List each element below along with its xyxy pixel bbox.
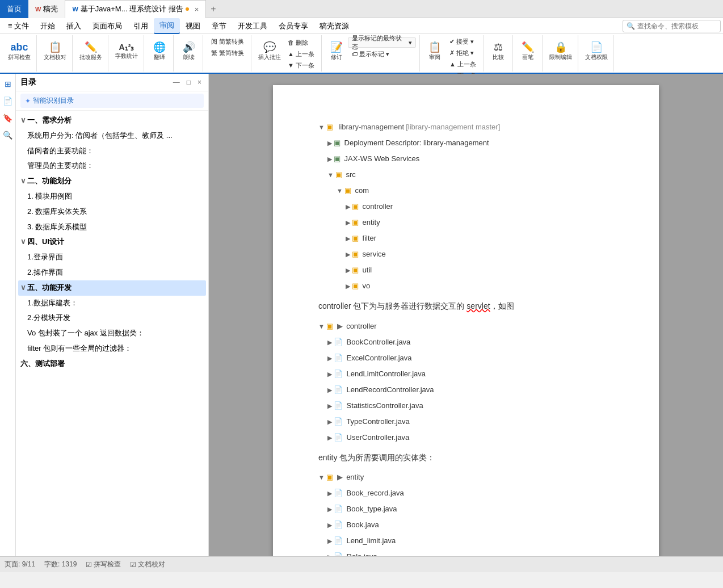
ctrl-expand[interactable]: ▼: [318, 320, 325, 333]
spell-check-status[interactable]: ☑ 拼写检查: [86, 560, 121, 569]
pen-button[interactable]: ✏️ 画笔: [518, 36, 538, 67]
ent-expand[interactable]: ▼: [318, 471, 325, 484]
r-expand[interactable]: ▶: [327, 551, 332, 556]
doc-check-status[interactable]: ☑ 文档校对: [130, 560, 165, 569]
excel-expand[interactable]: ▶: [327, 352, 332, 364]
menu-review[interactable]: 审阅: [154, 18, 180, 34]
toc-item-1-1[interactable]: 系统用户分为: 借阅者（包括学生、教师及 ...: [18, 128, 206, 144]
sidebar-bookmark-icon[interactable]: 🔖: [1, 111, 15, 125]
jaxws-expand[interactable]: ▶: [327, 153, 332, 165]
search-bar[interactable]: 🔍: [623, 20, 721, 32]
show-markup-dropdown[interactable]: 显示标记的最终状态 ▾: [348, 37, 416, 48]
reject-button[interactable]: ✗ 拒绝 ▾: [446, 48, 480, 58]
doc-permission-button[interactable]: 📄 文档权限: [583, 36, 610, 67]
toc-item-5[interactable]: ∨五、功能开发: [18, 280, 206, 296]
toc-expand-5[interactable]: ∨: [20, 282, 27, 294]
menu-devtools[interactable]: 开发工具: [232, 19, 273, 33]
menu-view[interactable]: 视图: [180, 19, 206, 33]
user-expand[interactable]: ▶: [327, 431, 332, 444]
toc-item-1-2[interactable]: 借阅者的主要功能：: [18, 144, 206, 159]
sidebar-search-icon[interactable]: 🔍: [1, 128, 15, 142]
service-expand[interactable]: ▶: [346, 248, 350, 261]
lendlimit-expand[interactable]: ▶: [327, 368, 332, 380]
next-comment-button[interactable]: ▼ 下一条: [284, 60, 318, 70]
delete-comment-button[interactable]: 🗑 删除: [284, 37, 318, 48]
show-markup-button[interactable]: 🏷 显示标记 ▾: [348, 49, 416, 59]
toc-smart-button[interactable]: ✦ 智能识别目录: [20, 94, 204, 108]
menu-vip[interactable]: 会员专享: [273, 19, 314, 33]
toc-expand-4[interactable]: ∨: [20, 236, 27, 248]
src-expand[interactable]: ▼: [327, 169, 334, 181]
insert-comment-button[interactable]: 💬 插入批注: [256, 36, 283, 67]
menu-chapter[interactable]: 章节: [206, 19, 232, 33]
toc-item-5-4[interactable]: filter 包则有一些全局的过滤器：: [18, 341, 206, 356]
stats-expand[interactable]: ▶: [327, 400, 332, 412]
trad-to-simp-button[interactable]: 繁 繁简转换: [208, 48, 247, 58]
toc-item-2[interactable]: ∨二、功能划分: [18, 174, 206, 189]
search-input[interactable]: [637, 22, 717, 30]
book-expand[interactable]: ▶: [327, 336, 332, 348]
new-tab-button[interactable]: +: [206, 4, 220, 14]
menu-reference[interactable]: 引用: [128, 19, 154, 33]
toc-expand-1[interactable]: ∨: [20, 115, 27, 127]
prev-comment-button[interactable]: ▲ 上一条: [284, 49, 318, 59]
com-expand[interactable]: ▼: [337, 184, 343, 197]
toc-item-4-1[interactable]: 1.登录界面: [18, 250, 206, 265]
filter-expand[interactable]: ▶: [346, 232, 350, 245]
tab-close-button[interactable]: ×: [195, 5, 199, 14]
spell-check-checkbox[interactable]: ☑: [86, 561, 92, 569]
toc-item-2-1[interactable]: 1. 模块用例图: [18, 189, 206, 204]
toc-item-4-2[interactable]: 2.操作界面: [18, 265, 206, 280]
br-expand[interactable]: ▶: [327, 487, 332, 499]
menu-insert[interactable]: 插入: [61, 19, 87, 33]
b-expand[interactable]: ▶: [327, 519, 332, 531]
toc-item-5-2[interactable]: 2.分模块开发: [18, 310, 206, 326]
controller-expand[interactable]: ▶: [346, 200, 350, 213]
toc-item-5-1[interactable]: 1.数据库建表：: [18, 296, 206, 311]
ll-expand[interactable]: ▶: [327, 535, 332, 547]
menu-start[interactable]: 开始: [35, 19, 61, 33]
spellcheck-button[interactable]: abc 拼写检查: [6, 36, 33, 67]
tab-document[interactable]: W 基于Java+M... 理系统设计 报告 ×: [65, 0, 206, 18]
readout-button[interactable]: 🔊 朗读: [179, 36, 199, 67]
doccheck-button[interactable]: 📋 文档校对: [41, 36, 69, 67]
translate-button[interactable]: 🌐 翻译: [149, 36, 170, 67]
menu-file[interactable]: ≡ 文件: [2, 19, 35, 33]
compare-button[interactable]: ⚖ 比较: [488, 36, 508, 67]
toc-item-1[interactable]: ∨一、需求分析: [18, 113, 206, 128]
toc-item-2-2[interactable]: 2. 数据库实体关系: [18, 204, 206, 220]
toc-item-6[interactable]: 六、测试部署: [18, 356, 206, 372]
bt-expand[interactable]: ▶: [327, 503, 332, 515]
tab-home[interactable]: 首页: [0, 0, 28, 18]
menu-layout[interactable]: 页面布局: [87, 19, 128, 33]
menu-resources[interactable]: 稿壳资源: [314, 19, 355, 33]
document-area[interactable]: ▼ ▣ library-management [library-manageme…: [209, 74, 723, 556]
toc-item-4[interactable]: ∨四、UI设计: [18, 234, 206, 250]
wordcount-button[interactable]: A₁²₃ 字数统计: [113, 36, 140, 67]
type-expand[interactable]: ▶: [327, 415, 332, 428]
toc-expand-2[interactable]: ∨: [20, 175, 27, 187]
toc-minimize-button[interactable]: —: [171, 77, 182, 87]
lendrecord-expand[interactable]: ▶: [327, 384, 332, 396]
sidebar-toc-icon[interactable]: ⊞: [1, 77, 15, 91]
accept-button[interactable]: ✔ 接受 ▾: [446, 36, 480, 47]
tab-wps[interactable]: W 稿壳: [28, 0, 65, 18]
util-expand[interactable]: ▶: [346, 264, 350, 276]
toc-item-2-3[interactable]: 3. 数据库关系模型: [18, 220, 206, 235]
toc-item-5-3[interactable]: Vo 包封装了一个 ajax 返回数据类：: [18, 326, 206, 341]
doc-check-checkbox[interactable]: ☑: [130, 561, 136, 569]
prev-change-button[interactable]: ▲ 上一条: [446, 59, 480, 69]
deploy-expand[interactable]: ▶: [327, 137, 332, 149]
restrict-edit-button[interactable]: 🔒 限制编辑: [547, 36, 574, 67]
toc-close-button[interactable]: ×: [195, 77, 204, 87]
simp-to-trad-button[interactable]: 阅 简繁转换: [208, 36, 247, 47]
toc-expand-button[interactable]: □: [184, 77, 193, 87]
track-changes-button[interactable]: 📝 修订: [326, 36, 347, 67]
vo-expand[interactable]: ▶: [346, 280, 350, 292]
entity-expand[interactable]: ▶: [346, 216, 350, 229]
sidebar-pages-icon[interactable]: 📄: [1, 94, 15, 108]
review-button[interactable]: 📋 审阅: [424, 36, 445, 67]
toc-item-1-3[interactable]: 管理员的主要功能：: [18, 158, 206, 174]
correction-button[interactable]: ✏️ 批改服务: [77, 36, 104, 67]
root-expand-arrow[interactable]: ▼: [318, 121, 325, 133]
